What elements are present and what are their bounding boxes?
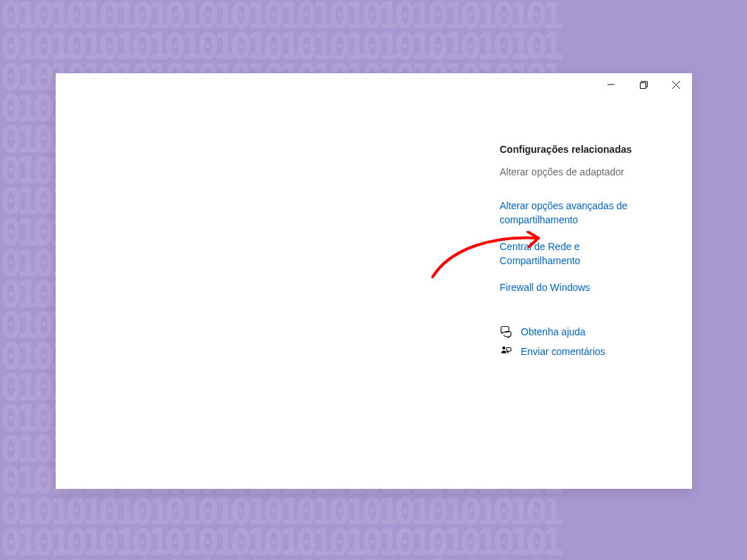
get-help-row[interactable]: Obtenha ajuda <box>500 325 683 338</box>
maximize-icon <box>640 81 648 89</box>
link-windows-firewall[interactable]: Firewall do Windows <box>500 280 658 294</box>
window-titlebar <box>595 73 692 96</box>
minimize-icon <box>607 81 615 88</box>
help-footer: Obtenha ajuda Enviar comentários <box>500 325 683 358</box>
link-network-and-sharing-center[interactable]: Central de Rede e Compartilhamento <box>500 239 658 268</box>
send-feedback-row[interactable]: Enviar comentários <box>500 345 683 358</box>
close-button[interactable] <box>660 74 692 95</box>
related-settings-heading: Configurações relacionadas <box>500 144 683 155</box>
chat-help-icon <box>500 325 512 338</box>
settings-window: Configurações relacionadas Alterar opçõe… <box>56 73 692 489</box>
link-change-adapter-options[interactable]: Alterar opções de adaptador <box>500 165 683 179</box>
close-icon <box>672 81 680 89</box>
feedback-icon <box>500 345 512 358</box>
svg-rect-2 <box>507 348 511 351</box>
related-settings-panel: Configurações relacionadas Alterar opçõe… <box>500 144 683 365</box>
maximize-button[interactable] <box>627 74 660 95</box>
minimize-button[interactable] <box>595 74 627 95</box>
get-help-label: Obtenha ajuda <box>521 326 586 337</box>
svg-point-1 <box>502 347 505 349</box>
link-advanced-sharing-options[interactable]: Alterar opções avançadas de compartilham… <box>500 199 658 227</box>
svg-rect-0 <box>640 82 646 88</box>
send-feedback-label: Enviar comentários <box>521 346 605 357</box>
